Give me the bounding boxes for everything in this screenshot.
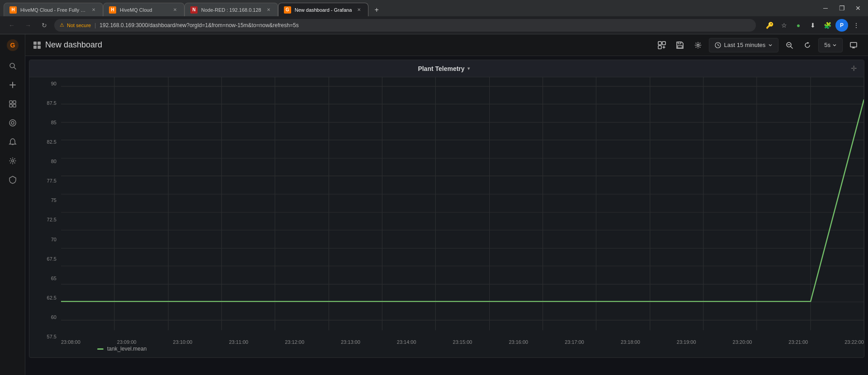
y-label-87-5: 87.5 <box>29 100 57 106</box>
security-warning-icon: ⚠ <box>60 22 64 28</box>
svg-rect-14 <box>33 42 37 45</box>
add-panel-button[interactable] <box>655 38 669 52</box>
svg-rect-8 <box>9 104 12 107</box>
time-range-picker[interactable]: Last 15 minutes <box>709 38 778 52</box>
back-button[interactable]: ← <box>5 19 18 32</box>
grafana-app: G <box>0 34 868 375</box>
svg-rect-6 <box>9 101 12 103</box>
grafana-topbar: New dashboard <box>25 34 868 56</box>
sidebar-item-admin[interactable] <box>4 171 22 189</box>
x-label-2318: 23:18:00 <box>621 339 640 345</box>
y-label-65: 65 <box>29 276 57 281</box>
url-text: 192.168.0.169:3000/dashboard/new?orgId=1… <box>99 22 298 28</box>
legend-color-swatch <box>97 348 104 350</box>
tab-close-2[interactable]: ✕ <box>171 6 179 14</box>
tab-title-2: HiveMQ Cloud <box>120 7 168 13</box>
grafana-main: New dashboard <box>25 34 868 375</box>
grafana-logo[interactable]: G <box>5 38 20 52</box>
svg-rect-17 <box>38 46 41 49</box>
svg-text:G: G <box>10 42 15 49</box>
panel-title-chevron-icon: ▾ <box>467 66 470 71</box>
svg-rect-7 <box>13 101 16 103</box>
save-dashboard-button[interactable] <box>673 38 687 52</box>
y-label-85: 85 <box>29 120 57 125</box>
new-tab-button[interactable]: + <box>370 4 383 16</box>
svg-rect-23 <box>678 42 681 44</box>
sidebar-item-alerting[interactable] <box>4 133 22 151</box>
sidebar-item-dashboards[interactable] <box>4 95 22 113</box>
dashboard-content: Plant Telemetry ▾ ✛ 90 87.5 85 82.5 <box>25 56 868 375</box>
svg-rect-16 <box>33 46 37 49</box>
svg-line-31 <box>791 47 793 48</box>
chart-legend: tank_level.mean <box>61 342 154 357</box>
svg-rect-20 <box>658 46 661 49</box>
address-bar[interactable]: ⚠ Not secure | 192.168.0.169:3000/dashbo… <box>54 19 756 32</box>
extensions-button[interactable]: 🧩 <box>821 19 834 32</box>
svg-point-10 <box>9 120 16 126</box>
svg-point-13 <box>11 160 14 162</box>
svg-rect-18 <box>658 42 661 45</box>
tab-close-4[interactable]: ✕ <box>355 6 363 14</box>
tab-close-1[interactable]: ✕ <box>90 6 97 14</box>
profile-button[interactable]: P <box>835 19 848 32</box>
y-label-82-5: 82.5 <box>29 139 57 145</box>
refresh-rate-chevron-icon <box>832 43 837 47</box>
browser-tab-2[interactable]: H HiveMQ Cloud ✕ <box>103 3 184 16</box>
panel-move-handle[interactable]: ✛ <box>851 64 857 73</box>
kiosk-mode-button[interactable] <box>846 38 861 52</box>
zoom-out-button[interactable] <box>782 38 797 52</box>
refresh-rate-selector[interactable]: 5s <box>818 38 843 52</box>
sidebar-item-add[interactable] <box>4 76 22 94</box>
y-label-75: 75 <box>29 197 57 203</box>
browser-tab-1[interactable]: H HiveMQ Cloud - Free Fully Mana... ✕ <box>4 3 103 16</box>
x-label-2310: 23:10:00 <box>173 339 193 345</box>
panel-header: Plant Telemetry ▾ ✛ <box>29 60 864 77</box>
svg-point-25 <box>697 44 699 46</box>
dashboard-title: New dashboard <box>45 40 102 50</box>
x-label-2314: 23:14:00 <box>397 339 416 345</box>
tab-close-3[interactable]: ✕ <box>265 6 272 14</box>
dashboard-settings-button[interactable] <box>691 38 705 52</box>
x-label-2322: 23:22:00 <box>844 339 864 345</box>
tab-favicon-4: G <box>284 6 291 14</box>
browser-toolbar-right: 🔑 ☆ ● ⬇ 🧩 P ⋮ <box>763 19 863 32</box>
browser-tab-4[interactable]: G New dashboard - Grafana ✕ <box>278 3 369 16</box>
close-button[interactable]: ✕ <box>852 2 864 14</box>
y-label-77-5: 77.5 <box>29 178 57 183</box>
y-label-70: 70 <box>29 237 57 242</box>
tab-title-1: HiveMQ Cloud - Free Fully Mana... <box>20 7 86 13</box>
downloads-button[interactable]: ⬇ <box>807 19 819 32</box>
window-controls: ─ ❐ ✕ <box>819 2 864 14</box>
tab-favicon-3: N <box>190 6 198 14</box>
panel-title[interactable]: Plant Telemetry ▾ <box>37 65 851 72</box>
y-label-62-5: 62.5 <box>29 295 57 300</box>
y-label-57-5: 57.5 <box>29 334 57 339</box>
sidebar-item-explore[interactable] <box>4 114 22 132</box>
forward-button[interactable]: → <box>22 19 34 32</box>
svg-rect-19 <box>662 42 665 45</box>
chevron-down-icon <box>768 43 773 47</box>
refresh-button[interactable] <box>800 38 815 52</box>
url-warning-text: Not secure <box>67 23 91 28</box>
svg-line-3 <box>14 67 16 69</box>
browser-frame: H HiveMQ Cloud - Free Fully Mana... ✕ H … <box>0 0 868 375</box>
minimize-button[interactable]: ─ <box>819 2 832 14</box>
y-axis-labels: 90 87.5 85 82.5 80 77.5 75 72.5 70 67.5 … <box>29 77 60 339</box>
sidebar-item-settings[interactable] <box>4 152 22 170</box>
maximize-button[interactable]: ❐ <box>835 2 848 14</box>
time-range-label: Last 15 minutes <box>724 42 765 48</box>
bookmark-button[interactable]: ☆ <box>778 19 790 32</box>
menu-button[interactable]: ⋮ <box>850 19 863 32</box>
browser-titlebar: H HiveMQ Cloud - Free Fully Mana... ✕ H … <box>0 0 868 16</box>
x-label-2317: 23:17:00 <box>565 339 584 345</box>
x-label-2319: 23:19:00 <box>677 339 696 345</box>
key-icon: 🔑 <box>763 19 776 32</box>
browser-tab-3[interactable]: N Node-RED : 192.168.0.128 ✕ <box>184 3 278 16</box>
reload-button[interactable]: ↻ <box>38 19 51 32</box>
tab-title-3: Node-RED : 192.168.0.128 <box>201 7 261 13</box>
plant-telemetry-panel: Plant Telemetry ▾ ✛ 90 87.5 85 82.5 <box>29 60 864 358</box>
svg-rect-32 <box>850 42 857 47</box>
grafana-sidebar: G <box>0 34 25 375</box>
sidebar-item-search[interactable] <box>4 57 22 75</box>
account-icon: ● <box>792 19 805 32</box>
